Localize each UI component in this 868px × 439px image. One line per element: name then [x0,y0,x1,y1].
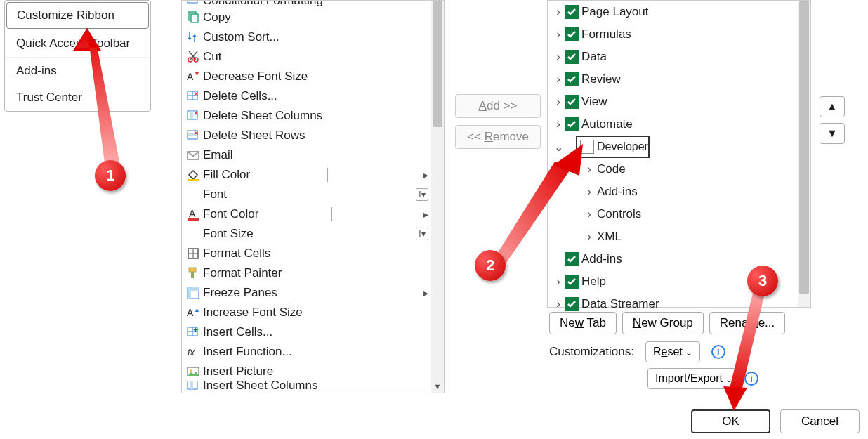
commands-list-panel: Conditional FormattingCopyCustom Sort...… [181,0,445,393]
command-item[interactable]: Fill Color▸ [182,165,444,185]
chevron-right-icon[interactable]: › [552,117,565,131]
command-item[interactable]: Conditional Formatting [182,1,444,8]
chevron-right-icon[interactable]: › [583,162,596,176]
import-info-icon[interactable]: i [744,372,758,386]
tree-item[interactable]: ›Review [548,68,810,91]
sidebar-item-customize-ribbon[interactable]: Customize Ribbon [6,2,149,29]
chevron-right-icon[interactable]: › [583,230,596,244]
tree-item[interactable]: ›Automate [548,113,810,136]
command-item[interactable]: ×Delete Cells... [182,86,444,106]
command-item[interactable]: Format Painter [182,263,444,283]
tree-scroll-thumb[interactable] [799,1,809,294]
sidebar-item-add-ins[interactable]: Add-ins [5,58,150,84]
tree-subitem[interactable]: ›Code [548,158,810,181]
chevron-right-icon[interactable]: › [552,95,565,109]
checkbox-checked[interactable] [565,252,579,266]
command-item[interactable]: Insert Sheet Columns [182,381,444,390]
checkbox-checked[interactable] [565,27,579,41]
tree-item[interactable]: ›View [548,91,810,113]
command-label: Cut [203,50,221,64]
checkbox-checked[interactable] [565,50,579,64]
command-item[interactable]: ×Delete Sheet Columns [182,106,444,126]
tree-scrollbar[interactable] [798,1,810,307]
command-item[interactable]: Copy [182,8,444,27]
chevron-right-icon[interactable]: › [552,5,565,19]
reset-info-icon[interactable]: i [711,345,725,359]
command-item[interactable]: FontI▾ [182,185,444,204]
command-item[interactable]: ×Delete Sheet Rows [182,126,444,145]
svg-rect-18 [188,179,199,181]
sidebar-item-quick-access-toolbar[interactable]: Quick Access Toolbar [5,30,150,57]
cut-icon [185,48,202,65]
import-export-dropdown[interactable]: Import/Export⌄ [647,368,740,389]
command-item[interactable]: Cut [182,47,444,67]
tree-item[interactable]: ›Formulas [548,23,810,46]
command-label: Conditional Formatting [203,1,323,8]
svg-text:×: × [194,109,198,117]
chevron-right-icon[interactable]: › [583,207,596,221]
command-item[interactable]: Font SizeI▾ [182,224,444,244]
chevron-right-icon[interactable]: › [552,275,565,289]
chevron-right-icon[interactable]: › [552,72,565,86]
checkbox-checked[interactable] [565,5,579,19]
checkbox-checked[interactable] [565,297,579,311]
dropdown-indicator-icon: I▾ [416,228,428,240]
svg-rect-20 [188,218,199,221]
command-item[interactable]: Custom Sort... [182,27,444,47]
checkbox-checked[interactable] [565,72,579,86]
move-up-button[interactable]: ▲ [820,96,845,117]
remove-button[interactable]: << Remove [455,125,541,149]
tree-item-developer[interactable]: Developer [576,136,650,158]
command-item[interactable]: A▼Decrease Font Size [182,67,444,86]
dialog-footer: OK Cancel [691,409,860,433]
move-down-button[interactable]: ▼ [820,123,845,144]
add-button[interactable]: Add >> [455,94,541,118]
chevron-right-icon[interactable]: › [552,297,565,311]
chevron-right-icon[interactable]: › [552,50,565,64]
svg-text:×: × [194,89,198,98]
checkbox-checked[interactable] [565,117,579,131]
tree-subitem[interactable]: ›XML [548,225,810,248]
checkbox-unchecked[interactable] [580,140,594,154]
command-item[interactable]: AFont Color▸ [182,204,444,224]
command-item[interactable]: Insert Picture [182,362,444,381]
annotation-badge-1: 1 [95,160,126,191]
reset-dropdown[interactable]: Reset⌄ [645,341,700,362]
cancel-button[interactable]: Cancel [780,409,860,433]
new-tab-button[interactable]: New Tab [549,312,617,334]
command-item[interactable]: fxInsert Function... [182,342,444,362]
chevron-right-icon[interactable]: › [583,185,596,199]
tree-label: Formulas [581,27,631,41]
command-item[interactable]: A▲Increase Font Size [182,303,444,322]
chevron-down-icon[interactable]: ⌄ [552,140,565,154]
command-item[interactable]: Format Cells [182,244,444,263]
command-item[interactable]: +Insert Cells... [182,322,444,342]
ok-button[interactable]: OK [691,409,770,433]
checkbox-checked[interactable] [565,275,579,289]
command-label: Copy [203,11,231,25]
command-item[interactable]: Freeze Panes▸ [182,283,444,303]
options-sidebar: Customize Ribbon Quick Access Toolbar Ad… [4,0,151,112]
command-label: Delete Sheet Rows [203,129,305,143]
email-icon [185,147,202,164]
checkbox-checked[interactable] [565,95,579,109]
command-item[interactable]: Email [182,145,444,165]
tree-item[interactable]: ›Data [548,46,810,68]
command-label: Delete Cells... [203,89,277,103]
tree-item[interactable]: Add-ins [548,248,810,270]
tree-label: Code [597,162,626,176]
commands-scroll-down[interactable]: ▼ [431,380,444,393]
chevron-right-icon[interactable]: › [552,27,565,41]
tree-subitem[interactable]: ›Add-ins [548,181,810,203]
sidebar-item-trust-center[interactable]: Trust Center [5,84,150,111]
command-label: Freeze Panes [203,286,277,300]
annotation-badge-3: 3 [747,266,778,296]
rename-button[interactable]: Rename... [709,312,785,334]
svg-rect-12 [190,111,193,119]
commands-scroll-thumb[interactable] [433,1,442,127]
commands-scrollbar[interactable]: ▼ [431,1,444,393]
tree-item[interactable]: ›Page Layout [548,1,810,23]
new-group-button[interactable]: New Group [622,312,704,334]
command-label: Format Painter [203,266,282,280]
tree-subitem[interactable]: ›Controls [548,203,810,225]
